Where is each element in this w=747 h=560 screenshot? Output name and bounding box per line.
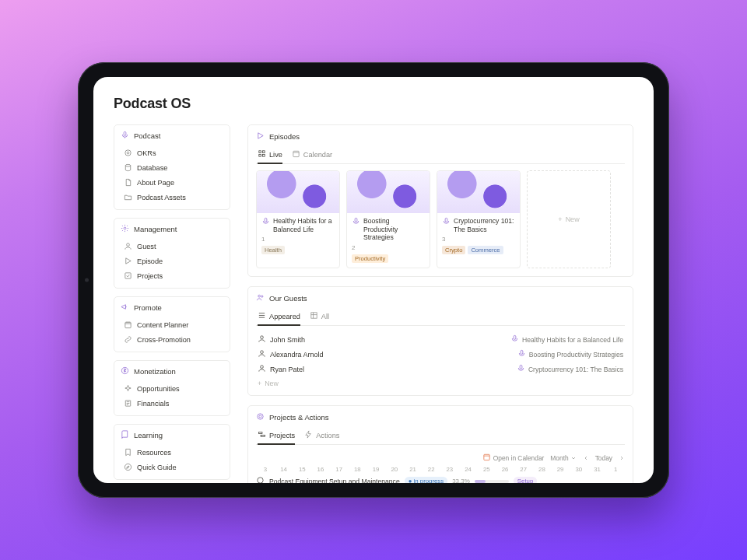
sidebar-item-about[interactable]: About Page <box>119 175 225 190</box>
sidebar-item-resources[interactable]: Resources <box>119 445 225 460</box>
calendar-icon <box>124 320 132 329</box>
svg-point-1 <box>125 150 131 156</box>
tab-appeared[interactable]: Appeared <box>258 308 300 325</box>
project-title: Podcast Equipment Setup and Maintenance <box>269 478 400 483</box>
sidebar-item-assets[interactable]: Podcast Assets <box>119 190 225 205</box>
compass-icon <box>124 463 132 471</box>
list-icon <box>258 311 266 321</box>
sidebar-item-cross-promo[interactable]: Cross-Promotion <box>119 332 225 347</box>
episode-thumbnail <box>347 171 430 213</box>
camera-dot <box>85 278 89 282</box>
calendar-small-icon <box>292 149 300 159</box>
tab-live[interactable]: Live <box>258 146 282 163</box>
guest-row[interactable]: John Smith Healthy Habits for a Balanced… <box>256 332 625 347</box>
book-icon <box>121 430 129 440</box>
guests-new-button[interactable]: +New <box>256 376 625 387</box>
microphone-tiny-icon <box>517 364 525 374</box>
sidebar-item-content-planner[interactable]: Content Planner <box>119 317 225 332</box>
tab-calendar[interactable]: Calendar <box>292 146 332 163</box>
svg-rect-33 <box>261 436 265 437</box>
open-in-calendar-button[interactable]: Open in Calendar <box>482 453 545 463</box>
episode-tag: Crypto <box>442 246 465 254</box>
tablet-frame: Podcast OS Podcast OKRs Database About P… <box>78 62 669 498</box>
sidebar-head-learning[interactable]: Learning <box>114 425 230 445</box>
tab-all[interactable]: All <box>310 308 329 325</box>
sidebar-item-database[interactable]: Database <box>119 160 225 175</box>
episode-card[interactable]: Cryptocurrency 101: The Basics 3 CryptoC… <box>437 170 521 268</box>
svg-point-21 <box>258 295 261 297</box>
tab-projects[interactable]: Projects <box>258 427 295 444</box>
guest-row[interactable]: Ryan Patel Cryptocurrency 101: The Basic… <box>256 362 625 376</box>
svg-rect-27 <box>521 351 523 355</box>
episode-number: 1 <box>261 236 335 243</box>
microphone-tiny-icon <box>510 334 519 345</box>
svg-rect-14 <box>262 151 265 153</box>
sparkle-icon <box>124 384 132 393</box>
doc-icon <box>124 399 132 408</box>
people-icon <box>256 293 265 303</box>
episode-card[interactable]: Boosting Productivity Strategies 2 Produ… <box>346 170 430 268</box>
project-status: ● in progress <box>405 477 447 483</box>
svg-rect-17 <box>293 151 299 156</box>
date-cell: 21 <box>404 466 423 473</box>
sidebar-item-episode[interactable]: Episode <box>119 254 225 268</box>
sidebar-item-guest[interactable]: Guest <box>119 239 225 254</box>
projects-panel: Projects & Actions Projects Actions Open… <box>247 405 633 483</box>
main-column: Episodes Live Calendar Healthy Habits fo… <box>247 124 633 475</box>
sidebar-item-okrs[interactable]: OKRs <box>119 145 225 160</box>
svg-rect-23 <box>311 313 317 318</box>
svg-point-35 <box>258 478 263 483</box>
project-row[interactable]: Podcast Equipment Setup and Maintenance … <box>256 473 625 483</box>
bolt-icon <box>304 430 313 440</box>
sidebar-head-podcast[interactable]: Podcast <box>114 125 230 145</box>
sidebar-item-opportunities[interactable]: Opportunities <box>119 381 225 396</box>
today-button[interactable]: Today <box>595 454 612 462</box>
guests-panel: Our Guests Appeared All John Smith Healt… <box>247 286 633 396</box>
episode-card[interactable]: Healthy Habits for a Balanced Life 1 Hea… <box>256 170 340 268</box>
sidebar-head-monetization[interactable]: Monetization <box>114 361 230 381</box>
svg-rect-13 <box>259 151 261 153</box>
date-cell: 22 <box>422 466 440 473</box>
svg-point-2 <box>127 152 129 154</box>
view-select[interactable]: Month <box>550 454 576 462</box>
play-icon <box>124 257 132 265</box>
sidebar-head-management[interactable]: Management <box>114 219 230 239</box>
tab-actions[interactable]: Actions <box>304 427 339 444</box>
episode-add-button[interactable]: +New <box>527 170 611 268</box>
sidebar-head-promote[interactable]: Promote <box>114 297 230 317</box>
svg-rect-34 <box>484 454 489 460</box>
sidebar-head-label: Podcast <box>134 131 160 140</box>
bookmark-icon <box>124 448 132 457</box>
chevron-down-icon <box>570 455 577 461</box>
episode-thumbnail <box>257 171 339 213</box>
guests-header: Our Guests <box>269 294 307 303</box>
svg-rect-19 <box>355 218 357 222</box>
sidebar-item-financials[interactable]: Financials <box>119 396 225 411</box>
sidebar: Podcast OKRs Database About Page Podcast… <box>114 124 230 475</box>
gear-icon <box>121 224 129 234</box>
microphone-small-icon <box>352 217 360 227</box>
folder-icon <box>124 193 132 201</box>
sidebar-item-projects[interactable]: Projects <box>119 268 225 283</box>
megaphone-icon <box>121 303 129 313</box>
project-label: Setup <box>514 477 537 483</box>
guest-name: Ryan Patel <box>270 366 304 373</box>
checkbox-icon <box>124 271 132 280</box>
sidebar-section-monetization: Monetization Opportunities Financials <box>114 360 230 416</box>
date-cell: 18 <box>349 466 367 473</box>
episodes-panel: Episodes Live Calendar Healthy Habits fo… <box>247 124 633 277</box>
sidebar-item-quick-guide[interactable]: Quick Guide <box>119 460 225 474</box>
microphone-small-icon <box>442 217 451 227</box>
sidebar-section-learning: Learning Resources Quick Guide <box>114 424 230 480</box>
sidebar-section-management: Management Guest Episode Projects <box>114 218 230 289</box>
date-cell: 29 <box>551 466 570 473</box>
chevron-right-icon[interactable] <box>619 455 625 461</box>
guest-row[interactable]: Alexandra Arnold Boosting Productivity S… <box>256 347 625 362</box>
date-cell: 28 <box>533 466 552 473</box>
date-cell: 26 <box>496 466 514 473</box>
circle-icon <box>256 476 265 483</box>
chevron-left-icon[interactable] <box>583 455 589 461</box>
svg-rect-16 <box>262 154 265 156</box>
projects-tabs: Projects Actions <box>256 427 625 445</box>
guest-episode: Healthy Habits for a Balanced Life <box>522 336 623 344</box>
